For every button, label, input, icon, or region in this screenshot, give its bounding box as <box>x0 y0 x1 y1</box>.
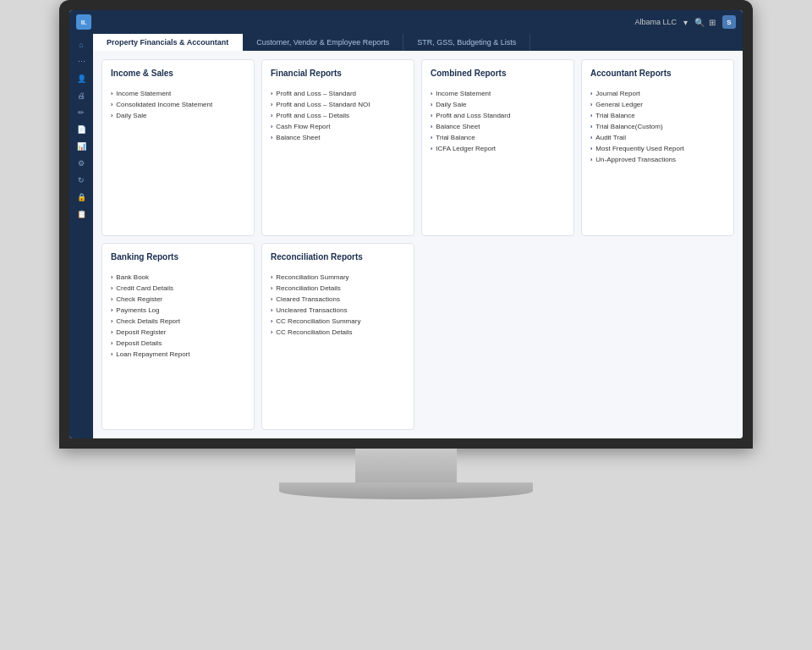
sidebar-item-refresh[interactable]: ↻ <box>72 173 91 188</box>
report-item-label: Reconciliation Summary <box>276 273 348 281</box>
report-item-pl-standard[interactable]: › Profit and Loss – Standard <box>271 88 405 99</box>
report-item-daily-sale-income[interactable]: › Daily Sale <box>111 110 245 121</box>
report-item-recon-details[interactable]: › Reconciliation Details <box>271 283 405 294</box>
report-item-loan-repayment[interactable]: › Loan Repayment Report <box>111 349 245 360</box>
tab-str-gss[interactable]: STR, GSS, Budgeting & Lists <box>403 34 530 51</box>
top-bar-icons: 🔍 ⊞ <box>694 18 716 27</box>
report-item-label: Loan Repayment Report <box>116 350 189 358</box>
accountant-reports-card: Accountant Reports › Journal Report › Ge… <box>581 59 734 236</box>
report-item-check-details[interactable]: › Check Details Report <box>111 316 245 327</box>
report-item-credit-card-details[interactable]: › Credit Card Details <box>111 283 245 294</box>
accountant-reports-title: Accountant Reports <box>590 69 725 81</box>
sidebar-item-chart[interactable]: 📊 <box>72 139 91 154</box>
sidebar: ⌂ ⋯ 👤 🖨 ✏ 📄 📊 ⚙ ↻ 🔒 📋 <box>69 34 93 438</box>
report-item-cc-recon-details[interactable]: › CC Reconciliation Details <box>271 327 405 338</box>
chevron-icon: › <box>271 113 272 118</box>
report-item-label: Balance Sheet <box>436 123 480 130</box>
reports-container: Income & Sales › Income Statement › Cons… <box>93 51 743 438</box>
report-item-label: Audit Trail <box>595 134 626 141</box>
tab-customer-vendor[interactable]: Customer, Vendor & Employee Reports <box>243 34 403 51</box>
dropdown-icon[interactable]: ▾ <box>683 18 688 27</box>
chevron-icon: › <box>431 124 432 129</box>
report-item-deposit-details[interactable]: › Deposit Details <box>111 338 245 349</box>
report-item-income-statement[interactable]: › Income Statement <box>111 88 245 99</box>
sidebar-item-lock[interactable]: 🔒 <box>72 190 91 205</box>
income-sales-title: Income & Sales <box>111 69 245 81</box>
report-item-deposit-register[interactable]: › Deposit Register <box>111 327 245 338</box>
report-item-balance-sheet-fin[interactable]: › Balance Sheet <box>271 132 405 143</box>
report-item-consolidated-income[interactable]: › Consolidated Income Statement <box>111 99 245 110</box>
financial-reports-card: Financial Reports › Profit and Loss – St… <box>261 59 414 236</box>
sidebar-item-menu[interactable]: ⋯ <box>72 54 91 69</box>
report-item-icfa-ledger[interactable]: › ICFA Ledger Report <box>431 143 565 154</box>
report-item-label: Cleared Transactions <box>276 295 340 303</box>
report-item-pl-details[interactable]: › Profit and Loss – Details <box>271 110 405 121</box>
sidebar-item-reports[interactable]: 📋 <box>72 207 91 222</box>
report-item-label: Credit Card Details <box>116 284 173 292</box>
report-item-label: Deposit Details <box>116 339 162 347</box>
report-item-uncleared-transactions[interactable]: › Uncleared Transactions <box>271 305 405 316</box>
chevron-icon: › <box>431 113 432 118</box>
chevron-icon: › <box>590 157 592 162</box>
chevron-icon: › <box>111 340 112 346</box>
report-item-label: Income Statement <box>436 90 491 97</box>
report-item-label: CC Reconciliation Details <box>276 328 352 336</box>
report-item-cleared-transactions[interactable]: › Cleared Transactions <box>271 294 405 305</box>
report-item-trial-balance-custom[interactable]: › Trial Balance(Custom) <box>590 121 725 132</box>
sidebar-item-home[interactable]: ⌂ <box>72 37 91 52</box>
report-item-journal[interactable]: › Journal Report <box>590 88 725 99</box>
chevron-icon: › <box>271 329 272 335</box>
report-item-unapproved[interactable]: › Un-Approved Transactions <box>590 154 725 165</box>
report-item-label: Bank Book <box>116 273 149 281</box>
report-item-combined-balance[interactable]: › Balance Sheet <box>431 121 565 132</box>
report-item-combined-daily-sale[interactable]: › Daily Sale <box>431 99 565 110</box>
report-item-combined-income[interactable]: › Income Statement <box>431 88 565 99</box>
search-icon[interactable]: 🔍 <box>694 18 705 27</box>
report-item-label: Trial Balance(Custom) <box>595 123 662 130</box>
chevron-icon: › <box>431 102 432 107</box>
chevron-icon: › <box>111 91 112 96</box>
report-item-payments-log[interactable]: › Payments Log <box>111 305 245 316</box>
report-item-cash-flow[interactable]: › Cash Flow Report <box>271 121 405 132</box>
report-item-label: Balance Sheet <box>276 134 320 141</box>
chevron-icon: › <box>111 102 112 107</box>
report-item-label: Daily Sale <box>116 112 146 119</box>
report-item-most-used[interactable]: › Most Frequently Used Report <box>590 143 725 154</box>
user-avatar[interactable]: S <box>722 15 736 29</box>
chevron-icon: › <box>590 146 592 151</box>
chevron-icon: › <box>111 296 112 302</box>
report-item-label: ICFA Ledger Report <box>436 145 496 152</box>
report-item-general-ledger[interactable]: › General Ledger <box>590 99 725 110</box>
chevron-icon: › <box>271 135 272 140</box>
report-item-pl-standard-noi[interactable]: › Profit and Loss – Standard NOI <box>271 99 405 110</box>
grid-icon[interactable]: ⊞ <box>709 18 716 27</box>
report-item-recon-summary[interactable]: › Reconciliation Summary <box>271 272 405 283</box>
sidebar-item-user[interactable]: 👤 <box>72 71 91 86</box>
report-item-cc-recon-summary[interactable]: › CC Reconciliation Summary <box>271 316 405 327</box>
report-item-bank-book[interactable]: › Bank Book <box>111 272 245 283</box>
report-item-combined-pl[interactable]: › Profit and Loss Standard <box>431 110 565 121</box>
report-item-label: CC Reconciliation Summary <box>276 317 360 325</box>
monitor-wrapper: ll. Albama LLC ▾ 🔍 ⊞ S ⌂ ⋯ <box>0 0 812 650</box>
chevron-icon: › <box>431 135 432 140</box>
sidebar-item-doc[interactable]: 📄 <box>72 122 91 137</box>
banking-reports-title: Banking Reports <box>111 252 245 265</box>
company-name: Albama LLC <box>634 18 677 26</box>
chevron-icon: › <box>271 296 272 302</box>
sidebar-item-print[interactable]: 🖨 <box>72 88 91 103</box>
report-item-label: Profit and Loss – Standard <box>276 90 356 97</box>
sidebar-item-edit[interactable]: ✏ <box>72 105 91 120</box>
report-item-label: Reconciliation Details <box>276 284 340 292</box>
sidebar-item-settings[interactable]: ⚙ <box>72 156 91 171</box>
income-sales-card: Income & Sales › Income Statement › Cons… <box>102 59 255 236</box>
report-item-audit-trail[interactable]: › Audit Trail <box>590 132 725 143</box>
report-item-label: Profit and Loss – Standard NOI <box>276 101 370 108</box>
report-item-trial-balance[interactable]: › Trial Balance <box>590 110 725 121</box>
chevron-icon: › <box>111 307 112 313</box>
chevron-icon: › <box>111 285 112 291</box>
report-item-label: Trial Balance <box>436 134 475 141</box>
report-item-check-register[interactable]: › Check Register <box>111 294 245 305</box>
tab-property-financials[interactable]: Property Financials & Accountant <box>93 34 243 51</box>
report-item-label: Uncleared Transactions <box>276 306 347 314</box>
report-item-combined-trial[interactable]: › Trial Balance <box>431 132 565 143</box>
